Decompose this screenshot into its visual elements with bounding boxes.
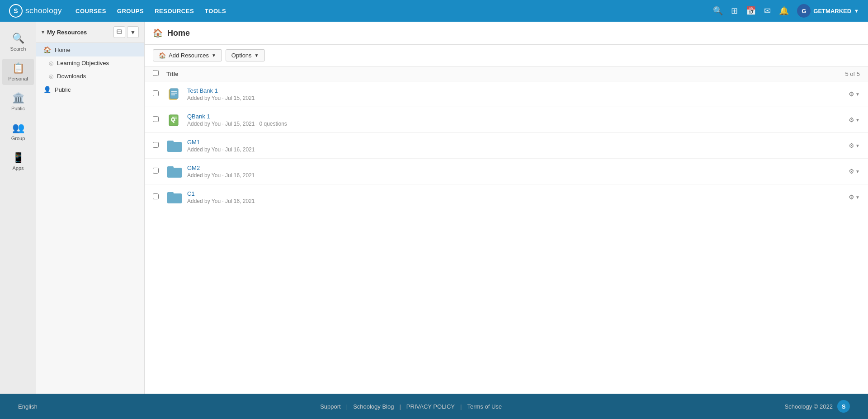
panel-action-btn-2[interactable]: ▼ — [127, 26, 139, 38]
gear-button[interactable]: ⚙ ▼ — [849, 142, 860, 149]
panel-action-btn-1[interactable] — [113, 26, 125, 38]
svg-rect-13 — [167, 141, 174, 144]
row-checkbox-wrap — [153, 193, 166, 201]
sidebar-item-label: Public — [11, 106, 25, 111]
resource-meta: Added by You · Jul 16, 2021 — [187, 198, 849, 204]
grid-icon[interactable]: ⊞ — [731, 6, 738, 16]
mail-icon[interactable]: ✉ — [764, 6, 771, 16]
logo[interactable]: S schoology — [9, 4, 62, 18]
footer-terms[interactable]: Terms of Use — [467, 403, 502, 410]
gear-chevron: ▼ — [855, 195, 860, 200]
nav-resources[interactable]: RESOURCES — [155, 6, 194, 16]
public-person-icon: 👤 — [43, 86, 51, 93]
tree-item-downloads[interactable]: ◎ Downloads — [36, 70, 144, 83]
gear-button[interactable]: ⚙ ▼ — [849, 90, 860, 98]
resource-type-icon — [166, 189, 183, 205]
row-checkbox[interactable] — [153, 116, 159, 122]
left-panel-header: ▾ My Resources ▼ — [36, 22, 144, 43]
resource-type-icon — [166, 163, 183, 179]
add-resources-button[interactable]: 🏠 Add Resources ▼ — [153, 49, 222, 61]
calendar-icon[interactable]: 📅 — [746, 6, 756, 16]
language-selector[interactable]: English — [18, 403, 38, 410]
main-area: 🔍 Search 📋 Personal 🏛️ Public 👥 Group 📱 … — [0, 22, 868, 394]
sidebar-item-personal[interactable]: 📋 Personal — [2, 59, 34, 85]
personal-icon: 📋 — [12, 62, 24, 74]
table-row: GM2 Added by You · Jul 16, 2021 ⚙ ▼ — [145, 159, 868, 184]
check-all-col — [153, 70, 166, 77]
resource-title[interactable]: QBank 1 — [187, 113, 849, 120]
sidebar-item-search[interactable]: 🔍 Search — [2, 29, 34, 55]
home-header-icon: 🏠 — [153, 28, 163, 38]
svg-rect-0 — [117, 30, 122, 33]
resource-title[interactable]: GM2 — [187, 165, 849, 171]
footer-privacy[interactable]: PRIVACY POLICY — [406, 403, 455, 410]
row-checkbox[interactable] — [153, 142, 159, 148]
home-icon: 🏠 — [43, 46, 51, 53]
left-panel-actions: ▼ — [113, 26, 139, 38]
svg-rect-15 — [167, 166, 174, 169]
gear-button[interactable]: ⚙ ▼ — [849, 193, 860, 201]
row-checkbox[interactable] — [153, 193, 159, 199]
sidebar-item-group[interactable]: 👥 Group — [2, 118, 34, 145]
public-icon: 🏛️ — [12, 92, 24, 104]
left-panel: ▾ My Resources ▼ 🏠 Home ◎ Learning Objec… — [36, 22, 145, 394]
resource-type-icon: Q — [166, 112, 183, 128]
table-row: C1 Added by You · Jul 16, 2021 ⚙ ▼ — [145, 184, 868, 210]
testbank-icon — [167, 87, 182, 101]
logo-text: schoology — [25, 6, 62, 15]
top-nav-right: 🔍 ⊞ 📅 ✉ 🔔 G GETMARKED ▼ — [713, 4, 859, 18]
row-checkbox-wrap — [153, 142, 166, 149]
title-column-header: Title — [166, 71, 845, 77]
resource-info: QBank 1 Added by You · Jul 15, 2021 · 0 … — [187, 113, 849, 127]
content-header: 🏠 Home — [145, 22, 868, 45]
toolbar: 🏠 Add Resources ▼ Options ▼ — [145, 45, 868, 66]
search-icon[interactable]: 🔍 — [713, 6, 723, 16]
add-resources-icon: 🏠 — [159, 52, 166, 59]
nav-courses[interactable]: COURSES — [75, 6, 106, 16]
table-row: Test Bank 1 Added by You · Jul 15, 2021 … — [145, 81, 868, 107]
gear-chevron: ▼ — [855, 118, 860, 122]
resource-title[interactable]: Test Bank 1 — [187, 87, 849, 94]
options-label: Options — [231, 52, 252, 59]
options-button[interactable]: Options ▼ — [226, 49, 265, 61]
resource-meta: Added by You · Jul 15, 2021 — [187, 95, 849, 101]
svg-text:Q: Q — [171, 117, 175, 123]
check-all-checkbox[interactable] — [153, 70, 159, 76]
footer-blog[interactable]: Schoology Blog — [353, 403, 394, 410]
footer-support[interactable]: Support — [320, 403, 341, 410]
footer-copyright: Schoology © 2022 S — [785, 400, 850, 413]
gear-button[interactable]: ⚙ ▼ — [849, 168, 860, 175]
svg-rect-3 — [170, 89, 178, 99]
user-name: GETMARKED — [813, 8, 851, 14]
user-menu[interactable]: G GETMARKED ▼ — [797, 4, 859, 18]
add-resources-label: Add Resources — [169, 52, 209, 59]
nav-groups[interactable]: GROUPS — [117, 6, 144, 16]
tree-item-learning-objectives[interactable]: ◎ Learning Objectives — [36, 56, 144, 70]
tree-item-home[interactable]: 🏠 Home — [36, 43, 144, 56]
row-checkbox[interactable] — [153, 168, 159, 174]
sidebar-item-apps[interactable]: 📱 Apps — [2, 148, 34, 174]
bell-icon[interactable]: 🔔 — [779, 6, 789, 16]
add-resources-chevron: ▼ — [212, 53, 216, 58]
circle-icon: ◎ — [49, 73, 53, 80]
page-title: Home — [167, 28, 190, 38]
left-panel-title: My Resources — [47, 29, 87, 36]
tree-item-public[interactable]: 👤 Public — [36, 83, 144, 96]
sidebar-item-public[interactable]: 🏛️ Public — [2, 89, 34, 115]
resource-title[interactable]: GM1 — [187, 139, 849, 146]
row-checkbox[interactable] — [153, 90, 159, 96]
resource-title[interactable]: C1 — [187, 190, 849, 197]
tree-item-label: Public — [55, 86, 71, 93]
row-checkbox-wrap — [153, 116, 166, 123]
row-checkbox-wrap — [153, 90, 166, 98]
footer-s-badge: S — [837, 400, 850, 413]
tree-item-label: Home — [55, 47, 71, 53]
row-checkbox-wrap — [153, 168, 166, 175]
sidebar-item-label: Search — [10, 46, 26, 52]
resource-meta: Added by You · Jul 16, 2021 — [187, 172, 849, 179]
collapse-arrow[interactable]: ▾ — [42, 29, 44, 35]
gear-button[interactable]: ⚙ ▼ — [849, 116, 860, 123]
person-icon — [116, 29, 123, 35]
top-nav-links: COURSES GROUPS RESOURCES TOOLS — [75, 6, 713, 16]
nav-tools[interactable]: TOOLS — [205, 6, 226, 16]
